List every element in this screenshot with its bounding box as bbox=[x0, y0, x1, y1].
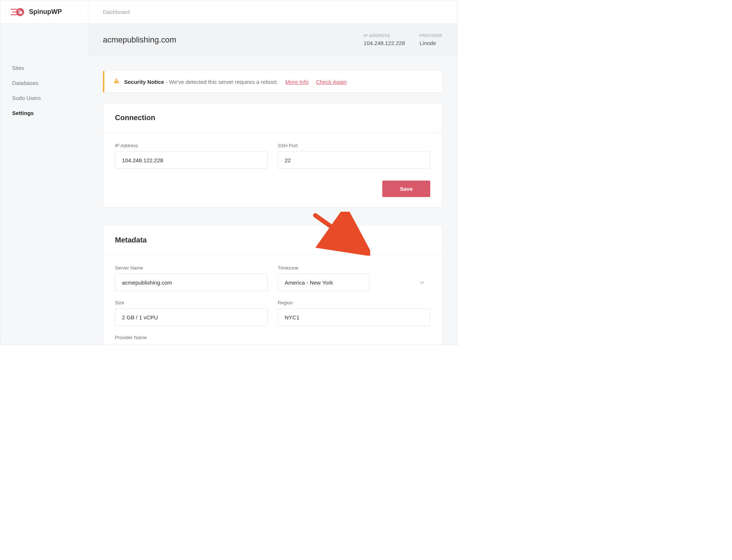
svg-rect-2 bbox=[12, 11, 17, 12]
more-info-link[interactable]: More Info bbox=[285, 79, 308, 85]
ip-address-field-group: IP Address bbox=[115, 143, 268, 169]
timezone-select-wrap bbox=[278, 274, 431, 291]
ip-address-label: IP Address bbox=[115, 143, 268, 148]
security-notice: Security Notice - We've detected this se… bbox=[103, 71, 442, 93]
header-ip-value: 104.248.122.228 bbox=[364, 40, 405, 46]
warning-icon bbox=[113, 78, 120, 86]
empty-col bbox=[278, 335, 431, 343]
save-button[interactable]: Save bbox=[382, 181, 430, 197]
server-name-input[interactable] bbox=[115, 274, 268, 291]
svg-rect-3 bbox=[11, 14, 17, 15]
body-layout: Sites Databases Sudo Users Settings acme… bbox=[0, 24, 457, 345]
provider-name-field-group: Provider Name bbox=[115, 335, 268, 343]
metadata-row-1: Server Name Timezone bbox=[115, 265, 430, 291]
header-provider-block: PROVIDER Linode bbox=[420, 33, 442, 46]
page-header: acmepublishing.com IP ADDRESS 104.248.12… bbox=[88, 24, 457, 56]
metadata-row-3: Provider Name bbox=[115, 335, 430, 343]
sidebar-item-sudo-users[interactable]: Sudo Users bbox=[0, 90, 88, 105]
ssh-port-field-group: SSH Port bbox=[278, 143, 431, 169]
sidebar-item-sites[interactable]: Sites bbox=[0, 60, 88, 75]
timezone-field-group: Timezone bbox=[278, 265, 431, 291]
timezone-select[interactable] bbox=[278, 274, 369, 291]
header-provider-label: PROVIDER bbox=[420, 33, 442, 38]
metadata-card: Metadata Server Name Timezone bbox=[103, 225, 442, 345]
ssh-port-input[interactable] bbox=[278, 151, 431, 169]
size-input[interactable] bbox=[115, 308, 268, 326]
metadata-title: Metadata bbox=[115, 236, 430, 244]
nav-dashboard[interactable]: Dashboard bbox=[103, 9, 130, 15]
metadata-row-2: Size Region bbox=[115, 300, 430, 326]
sidebar-item-settings[interactable]: Settings bbox=[0, 105, 88, 120]
sidebar: Sites Databases Sudo Users Settings bbox=[0, 24, 88, 345]
brand-logo[interactable]: SpinupWP bbox=[11, 7, 62, 17]
connection-card-body: IP Address SSH Port bbox=[103, 133, 442, 181]
app-frame: SpinupWP Dashboard Sites Databases Sudo … bbox=[0, 0, 457, 345]
notice-text: Security Notice - We've detected this se… bbox=[124, 79, 278, 85]
connection-form-row: IP Address SSH Port bbox=[115, 143, 430, 169]
metadata-card-header: Metadata bbox=[103, 226, 442, 255]
connection-title: Connection bbox=[115, 114, 430, 122]
spinupwp-icon bbox=[11, 7, 25, 17]
connection-card-header: Connection bbox=[103, 103, 442, 133]
top-navigation: Dashboard bbox=[88, 0, 457, 23]
region-field-group: Region bbox=[278, 300, 431, 326]
content-area: Security Notice - We've detected this se… bbox=[88, 56, 457, 345]
server-name-label: Server Name bbox=[115, 265, 268, 271]
metadata-card-body: Server Name Timezone bbox=[103, 255, 442, 345]
main-content: acmepublishing.com IP ADDRESS 104.248.12… bbox=[88, 24, 457, 345]
size-field-group: Size bbox=[115, 300, 268, 326]
svg-rect-1 bbox=[11, 9, 17, 10]
provider-name-label: Provider Name bbox=[115, 335, 268, 340]
svg-rect-5 bbox=[116, 82, 117, 83]
region-input[interactable] bbox=[278, 308, 431, 326]
page-title: acmepublishing.com bbox=[103, 35, 349, 45]
size-label: Size bbox=[115, 300, 268, 305]
region-label: Region bbox=[278, 300, 431, 305]
connection-card: Connection IP Address SSH Port bbox=[103, 103, 442, 208]
notice-body: - We've detected this server requires a … bbox=[164, 79, 278, 85]
timezone-label: Timezone bbox=[278, 265, 431, 271]
topbar: SpinupWP Dashboard bbox=[0, 0, 457, 24]
logo-container: SpinupWP bbox=[0, 0, 88, 23]
ssh-port-label: SSH Port bbox=[278, 143, 431, 148]
check-again-link[interactable]: Check Again bbox=[316, 79, 347, 85]
header-provider-value: Linode bbox=[420, 40, 442, 46]
brand-name: SpinupWP bbox=[29, 8, 62, 16]
connection-card-footer: Save bbox=[103, 181, 442, 207]
server-name-field-group: Server Name bbox=[115, 265, 268, 291]
svg-rect-4 bbox=[116, 80, 117, 82]
header-ip-block: IP ADDRESS 104.248.122.228 bbox=[364, 33, 405, 46]
notice-title: Security Notice bbox=[124, 79, 164, 85]
chevron-down-icon bbox=[420, 279, 424, 286]
ip-address-input[interactable] bbox=[115, 151, 268, 169]
sidebar-item-databases[interactable]: Databases bbox=[0, 75, 88, 90]
header-ip-label: IP ADDRESS bbox=[364, 33, 405, 38]
